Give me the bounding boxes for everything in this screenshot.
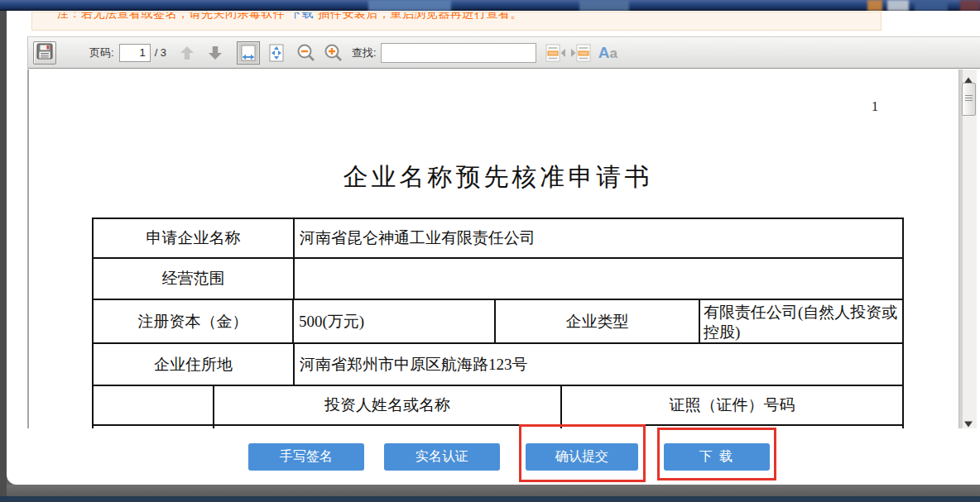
zoom-in-button[interactable] (322, 41, 345, 65)
fit-page-icon (267, 43, 286, 63)
fit-page-button[interactable] (265, 41, 288, 65)
scrollbar-shade (959, 69, 963, 428)
fit-width-button[interactable] (237, 41, 260, 65)
table-header-cell: 投资人姓名或名称 (214, 386, 562, 424)
scrollbar-down-button[interactable] (963, 417, 973, 425)
match-case-toggle[interactable]: Aa (598, 44, 617, 62)
application-window: 注：若无法查看或签名，请先关闭杀毒软件"下载"插件安装后，重启浏览器再进行查看。 (0, 0, 980, 502)
table-value-cell: 河南省昆仑神通工业有限责任公司 (295, 219, 902, 257)
scrollbar-up-button[interactable] (963, 73, 973, 81)
table-row: 投资人姓名或名称 证照（证件）号码 (94, 386, 902, 426)
table-empty-cell (214, 426, 562, 428)
table-empty-cell (94, 386, 214, 424)
table-row: 申请企业名称 河南省昆仑神通工业有限责任公司 (94, 219, 902, 259)
realname-authentication-button[interactable]: 实名认证 (384, 443, 500, 471)
find-next-icon (570, 44, 592, 62)
table-label-cell: 企业类型 (496, 300, 700, 342)
zoom-out-button[interactable] (295, 41, 318, 65)
top-bar-highlight (960, 0, 980, 11)
table-value-cell: 500(万元) (294, 300, 496, 342)
scrollbar-grip (963, 95, 975, 101)
main-panel: 注：若无法查看或签名，请先关闭杀毒软件"下载"插件安装后，重启浏览器再进行查看。 (7, 11, 980, 485)
find-next-button[interactable] (570, 44, 592, 62)
top-bar-highlight (579, 0, 629, 11)
find-input[interactable] (381, 43, 536, 63)
table-row (94, 426, 902, 428)
table-row: 注册资本（金） 500(万元) 企业类型 有限责任公司(自然人投资或控股) (94, 300, 902, 344)
window-left-edge (0, 11, 7, 496)
save-icon (36, 42, 54, 63)
top-bar-highlight (887, 0, 909, 11)
previous-page-button[interactable] (178, 44, 196, 62)
bottom-gray-bar (0, 485, 980, 496)
table-value-cell: 河南省郑州市中原区航海路123号 (295, 344, 902, 385)
save-button[interactable] (33, 41, 56, 65)
zoom-in-icon (323, 42, 344, 64)
document-viewer: 1 企业名称预先核准申请书 申请企业名称 河南省昆仑神通工业有限责任公司 经营范… (27, 69, 980, 428)
page-total-label: / 3 (155, 46, 166, 59)
arrow-down-icon (207, 45, 223, 61)
viewer-toolbar: 页码: / 3 (27, 36, 980, 69)
notice-text-before: 注：若无法查看或签名，请先关闭杀毒软件" (57, 12, 290, 20)
top-bar-highlight (368, 0, 451, 11)
browser-top-bar (0, 0, 980, 11)
scroll-down-icon (963, 420, 973, 428)
confirm-submit-button[interactable]: 确认提交 (526, 443, 638, 471)
find-label: 查找: (352, 45, 377, 60)
top-bar-highlight (915, 0, 948, 11)
document-page-number: 1 (872, 99, 878, 114)
find-previous-button[interactable] (545, 44, 566, 62)
table-label-cell: 企业住所地 (94, 344, 295, 385)
notice-text-after: "插件安装后，重启浏览器再进行查看。 (314, 12, 522, 20)
table-header-cell: 证照（证件）号码 (562, 386, 902, 424)
table-empty-cell (94, 426, 214, 428)
vertical-scrollbar[interactable] (958, 69, 977, 428)
page-number-input[interactable] (119, 44, 151, 62)
table-row: 经营范围 (94, 259, 902, 300)
match-case-label: A (598, 44, 610, 61)
fit-width-icon (239, 44, 257, 62)
bottom-navy-bar (0, 496, 980, 502)
download-button[interactable]: 下 载 (664, 443, 770, 471)
page-number-label: 页码: (89, 45, 114, 60)
zoom-out-icon (295, 42, 317, 64)
table-label-cell: 申请企业名称 (94, 219, 295, 257)
table-label-cell: 注册资本（金） (94, 300, 294, 342)
scrollbar-thumb[interactable] (962, 83, 976, 116)
top-bar-highlight (867, 0, 882, 11)
table-label-cell: 经营范围 (94, 259, 295, 299)
plugin-notice-banner: 注：若无法查看或签名，请先关闭杀毒软件"下载"插件安装后，重启浏览器再进行查看。 (31, 12, 882, 31)
table-row: 企业住所地 河南省郑州市中原区航海路123号 (94, 344, 902, 386)
find-previous-icon (545, 44, 566, 62)
table-empty-cell (562, 426, 902, 428)
arrow-up-icon (179, 45, 195, 61)
table-value-cell (295, 259, 902, 299)
next-page-button[interactable] (206, 44, 224, 62)
plugin-download-link[interactable]: 下载 (290, 12, 314, 20)
handwritten-signature-button[interactable]: 手写签名 (248, 443, 364, 471)
table-value-cell: 有限责任公司(自然人投资或控股) (700, 300, 902, 342)
application-form-table: 申请企业名称 河南省昆仑神通工业有限责任公司 经营范围 注册资本（金） 500(… (92, 218, 904, 428)
document-title: 企业名称预先核准申请书 (92, 160, 904, 194)
